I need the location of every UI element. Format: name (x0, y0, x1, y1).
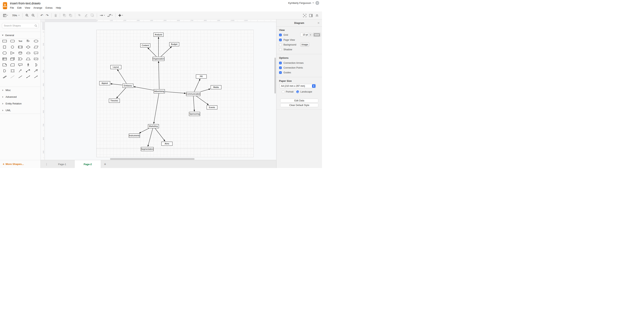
menu-arrange[interactable]: Arrange (33, 6, 42, 9)
diagram-node-sponsoring[interactable]: Sponsoring (189, 112, 200, 116)
diagram-edge-advertising-communication[interactable] (165, 92, 186, 93)
shape-tape[interactable] (32, 57, 40, 61)
zoom-caret-icon[interactable] (18, 15, 20, 16)
diagram-edge-communication-pr[interactable] (194, 79, 200, 92)
sidebar-section-uml[interactable]: UML (0, 107, 40, 114)
to-front-button[interactable] (62, 13, 67, 18)
diagram-node-appeal[interactable]: Appeal (99, 81, 110, 85)
shape-data-storage[interactable] (8, 69, 16, 73)
diagram-edge-marketing-aims[interactable] (155, 128, 165, 141)
tab-page-1[interactable]: Page-1 (50, 160, 74, 168)
user-name[interactable]: Kymberly Fergusson (288, 2, 311, 5)
delete-button[interactable] (54, 13, 58, 18)
shape-card[interactable] (8, 63, 16, 67)
user-menu-caret-icon[interactable] (312, 3, 314, 4)
diagram-node-communication[interactable]: Communication (186, 92, 200, 96)
diagram-edge-organization-budget[interactable] (161, 47, 172, 57)
diagram-edge-embassy-theories[interactable] (116, 88, 126, 98)
diagram-node-embassy[interactable]: Embassy (122, 84, 134, 88)
close-icon[interactable]: ✕ (317, 22, 320, 24)
diagram-node-pr[interactable]: PR (196, 75, 206, 79)
diagram-node-events[interactable]: Events (206, 105, 217, 109)
format-panel-toggle-button[interactable] (308, 13, 314, 18)
connection-points-checkbox[interactable]: ✓ (279, 66, 282, 69)
drawing-viewport[interactable]: AnalysisContentBudgetOrganizationLayoutA… (45, 22, 276, 160)
redo-button[interactable]: ↷ (45, 13, 49, 18)
zoom-level[interactable]: 70% (12, 14, 17, 17)
insert-button[interactable] (118, 13, 124, 18)
grid-size-stepper[interactable] (309, 33, 312, 37)
page-view-checkbox[interactable]: ✓ (279, 39, 282, 41)
shape-diamond[interactable] (24, 45, 32, 49)
menu-edit[interactable]: Edit (17, 6, 22, 9)
shape-document[interactable] (32, 51, 40, 55)
undo-button[interactable]: ↶ (40, 13, 44, 18)
grid-checkbox[interactable]: ✓ (279, 34, 282, 36)
grid-color-button[interactable] (313, 33, 321, 37)
shape-cylinder[interactable] (16, 51, 24, 55)
zoom-out-button[interactable] (31, 13, 36, 18)
background-image-button[interactable]: Image (300, 42, 309, 47)
diagram-node-organization[interactable]: Organization (152, 57, 164, 61)
diagram-edge-embassy-appeal[interactable] (110, 84, 122, 85)
shape-actor[interactable] (24, 63, 32, 67)
fill-color-button[interactable] (77, 13, 82, 18)
language-globe-icon[interactable] (315, 1, 319, 5)
shape-dotted-line[interactable] (8, 75, 16, 79)
portrait-radio[interactable] (282, 90, 284, 93)
shape-bidirectional-arrow[interactable] (24, 69, 32, 73)
diagram-node-media[interactable]: Media (211, 85, 222, 89)
collapse-expand-button[interactable] (314, 13, 320, 18)
shape-parallelogram[interactable] (32, 45, 40, 49)
pages-menu-button[interactable]: ⋮ (45, 162, 48, 167)
diagram-node-theories[interactable]: Theories (109, 99, 120, 103)
tab-page-2[interactable]: Page-2 (74, 160, 101, 168)
sidebar-section-advanced[interactable]: Advanced (0, 93, 40, 100)
menu-file[interactable]: File (10, 6, 14, 9)
background-checkbox[interactable] (279, 43, 282, 46)
fullscreen-button[interactable] (302, 13, 307, 18)
shape-curve[interactable] (16, 69, 24, 73)
diagram-edge-marketing-instruments[interactable] (139, 128, 149, 133)
shape-line[interactable] (16, 75, 24, 79)
diagram-node-layout[interactable]: Layout (110, 65, 121, 69)
shape-ellipse[interactable] (32, 39, 40, 43)
connection-arrows-button[interactable] (99, 13, 106, 18)
shape-arrow[interactable] (32, 69, 40, 73)
diagram-node-instruments[interactable]: Instruments (129, 134, 140, 138)
to-back-button[interactable] (68, 13, 73, 18)
landscape-radio[interactable] (296, 90, 299, 93)
shadow-checkbox[interactable] (279, 48, 282, 51)
diagram-node-advertising[interactable]: Advertising (154, 89, 165, 93)
paper-size-select[interactable]: A4 (210 mm x 297 mm) (280, 84, 316, 88)
horizontal-scrollbar[interactable] (110, 158, 194, 160)
diagram-edge-advertising-organization[interactable] (158, 61, 159, 89)
diagram-edge-communication-media[interactable] (200, 89, 210, 92)
clear-default-style-button[interactable]: Clear Default Style (280, 103, 318, 107)
shape-cube[interactable] (8, 57, 16, 61)
shape-circle[interactable] (8, 45, 16, 49)
guides-checkbox[interactable]: ✓ (279, 71, 282, 74)
diagram-edge-advertising-marketing[interactable] (154, 93, 159, 124)
more-shapes-button[interactable]: + More Shapes... (0, 160, 41, 168)
sidebar-section-general[interactable]: General (0, 32, 40, 39)
shape-rectangle[interactable] (1, 39, 8, 43)
diagram-edge-marketing-segmentation[interactable] (148, 128, 153, 147)
shape-internal-storage[interactable] (1, 57, 8, 61)
zoom-in-button[interactable] (24, 13, 30, 18)
menu-extras[interactable]: Extras (46, 6, 53, 9)
sidebar-section-entity-relation[interactable]: Entity Relation (0, 100, 40, 107)
shape-hexagon[interactable] (1, 51, 8, 55)
diagram-edge-embassy-layout[interactable] (117, 70, 126, 84)
shape-bidirectional-connector[interactable] (24, 75, 32, 79)
shadow-button[interactable] (90, 13, 95, 18)
shape-note[interactable] (1, 63, 8, 67)
line-color-button[interactable] (84, 13, 89, 18)
shape-square[interactable] (1, 45, 8, 49)
diagram-edge-organization-content[interactable] (148, 48, 156, 57)
diagram-node-aims[interactable]: Aims (162, 142, 172, 146)
edit-data-button[interactable]: Edit Data (280, 99, 318, 103)
diagram-edge-communication-sponsoring[interactable] (194, 96, 194, 112)
search-input[interactable] (4, 23, 34, 28)
add-page-button[interactable]: + (103, 162, 107, 166)
